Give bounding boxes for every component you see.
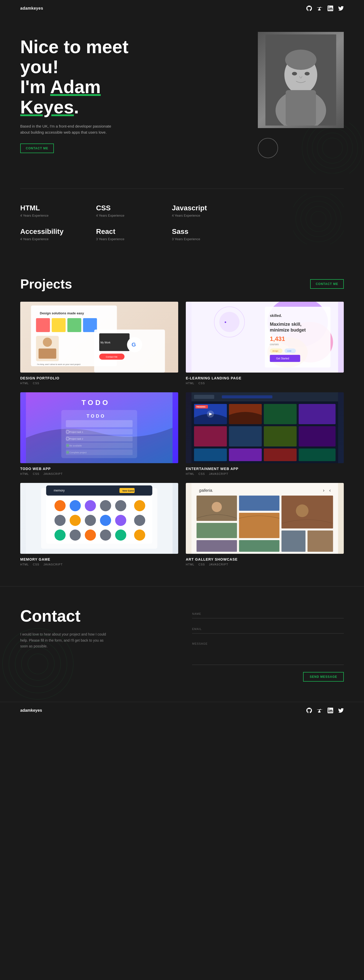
skill-sass-name: Sass [172, 228, 248, 235]
svg-text:Maximize skill,: Maximize skill, [270, 322, 302, 327]
svg-point-135 [3, 628, 73, 699]
name-input[interactable] [192, 609, 344, 618]
project-name-0: DESIGN PORTFOLIO [20, 376, 178, 380]
svg-rect-125 [239, 540, 280, 552]
hero-waves-decoration [301, 123, 364, 173]
message-field-wrapper [192, 640, 344, 666]
svg-point-16 [296, 196, 341, 242]
email-input[interactable] [192, 624, 344, 633]
project-thumb-entertainment: TRENDING [186, 392, 344, 463]
svg-point-12 [302, 123, 363, 173]
svg-rect-82 [299, 426, 336, 447]
project-name-2: TODO WEB APP [20, 467, 178, 471]
project-card-design-portfolio[interactable]: Design solutions made easy I'm Amy, and … [20, 302, 178, 385]
project-tag-css-0: CSS [33, 382, 40, 385]
svg-point-103 [55, 515, 66, 526]
projects-section: Projects CONTACT ME Design solutions mad… [0, 261, 364, 586]
svg-text:Complete project: Complete project [70, 451, 87, 454]
svg-rect-81 [264, 426, 297, 447]
svg-point-109 [70, 530, 81, 541]
project-name-1: E-LEARNING LANDING PAGE [186, 376, 344, 380]
project-thumb-todo: TODO TODO Project task 1 Project task 2 … [20, 392, 178, 463]
project-name-3: ENTERTAINMENT WEB APP [186, 467, 344, 471]
svg-rect-79 [194, 426, 227, 447]
svg-point-10 [312, 128, 353, 168]
svg-point-115 [134, 530, 146, 541]
svg-point-69 [66, 444, 69, 447]
skill-sass-exp: 3 Years Experience [172, 237, 248, 241]
twitter-icon[interactable] [338, 6, 344, 11]
project-card-todo[interactable]: TODO TODO Project task 1 Project task 2 … [20, 392, 178, 475]
svg-point-99 [70, 500, 81, 511]
project-name-5: ART GALLERY SHOWCASE [186, 557, 344, 562]
memory-preview: memory New Game [20, 483, 178, 554]
svg-point-70 [66, 451, 69, 454]
project-tag-js-5: JAVASCRIPT [209, 563, 228, 566]
footer-codepen-icon[interactable] [317, 708, 323, 713]
project-card-elearning[interactable]: skilled. Maximize skill, minimize budget… [186, 302, 344, 385]
design-portfolio-preview: Design solutions made easy I'm Amy, and … [20, 302, 178, 372]
svg-text:Project task 1: Project task 1 [70, 431, 84, 433]
skill-a11y-name: Accessibility [20, 228, 96, 235]
svg-rect-123 [239, 496, 280, 511]
svg-rect-26 [39, 348, 56, 359]
svg-rect-121 [197, 523, 237, 538]
svg-point-111 [100, 530, 111, 541]
contact-waves-decoration [0, 626, 76, 702]
codepen-icon[interactable] [317, 6, 323, 11]
skill-accessibility: Accessibility 4 Years Experience [20, 228, 96, 241]
hero-contact-button[interactable]: CONTACT ME [20, 143, 54, 153]
svg-text:Be available: Be available [70, 444, 82, 447]
svg-rect-124 [239, 513, 280, 538]
svg-text:minimize budget: minimize budget [270, 328, 306, 332]
skill-react-name: React [96, 228, 172, 235]
project-tags-5: HTML CSS JAVASCRIPT [186, 563, 344, 566]
svg-text:memory: memory [54, 489, 65, 492]
svg-rect-78 [299, 404, 336, 424]
svg-point-131 [28, 654, 48, 674]
github-icon[interactable] [306, 6, 312, 11]
contact-title: Contact [20, 607, 172, 625]
footer-linkedin-icon[interactable] [328, 708, 333, 713]
hero-greeting: Nice to meet you! [20, 37, 128, 77]
hero-circle-decoration [258, 138, 278, 158]
svg-rect-73 [194, 395, 214, 399]
project-card-entertainment[interactable]: TRENDING ENTERTAINMENT WEB APP HTML CSS … [186, 392, 344, 475]
send-message-button[interactable]: SEND MESSAGE [303, 672, 344, 682]
projects-contact-button[interactable]: CONTACT ME [310, 279, 344, 289]
svg-point-98 [55, 500, 66, 511]
svg-point-14 [306, 206, 331, 232]
project-tag-html-3: HTML [186, 472, 195, 475]
svg-point-15 [301, 201, 336, 237]
project-tags-1: HTML CSS [186, 382, 344, 385]
svg-text:New Game: New Game [123, 490, 134, 492]
footer-github-icon[interactable] [306, 708, 312, 713]
svg-rect-77 [264, 404, 297, 424]
project-tag-js-4: JAVASCRIPT [43, 563, 63, 566]
svg-text:design: design [272, 350, 279, 352]
hero-section: Nice to meet you! I'm Adam Keyes. Based … [0, 17, 364, 173]
message-textarea[interactable] [192, 640, 344, 665]
project-tag-html-2: HTML [20, 472, 29, 475]
svg-point-107 [115, 515, 127, 526]
contact-right: SEND MESSAGE [192, 607, 344, 682]
project-tags-2: HTML CSS JAVASCRIPT [20, 472, 178, 475]
skill-css-name: CSS [96, 204, 172, 212]
svg-point-100 [85, 500, 96, 511]
hero-name: I'm Adam Keyes. [20, 77, 101, 117]
svg-point-133 [15, 641, 61, 687]
svg-text:Design solutions made easy: Design solutions made easy [40, 311, 84, 315]
footer-twitter-icon[interactable] [338, 708, 344, 713]
svg-point-113 [134, 500, 146, 511]
navigation: adamkeyes [0, 0, 364, 17]
svg-point-25 [43, 337, 52, 347]
projects-grid: Design solutions made easy I'm Amy, and … [20, 302, 344, 566]
svg-point-134 [9, 635, 67, 693]
linkedin-icon[interactable] [328, 6, 333, 11]
todo-preview: TODO TODO Project task 1 Project task 2 … [20, 392, 178, 463]
skill-js-exp: 4 Years Experience [172, 214, 248, 217]
project-card-memory[interactable]: memory New Game [20, 483, 178, 566]
svg-point-132 [22, 648, 54, 680]
svg-point-112 [115, 530, 127, 541]
project-card-gallery[interactable]: galleria. › ‹ [186, 483, 344, 566]
